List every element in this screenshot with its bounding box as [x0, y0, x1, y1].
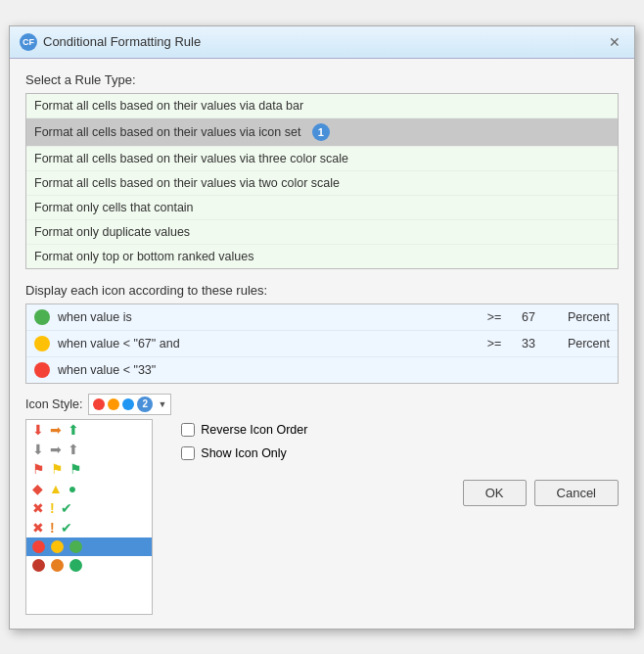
- circle-darkgreen: [69, 559, 82, 572]
- icon-arrow-right-orange: ➡: [50, 423, 62, 437]
- icon-grid-row[interactable]: ✖ ! ✔: [26, 498, 152, 518]
- ok-button[interactable]: OK: [463, 480, 527, 506]
- rule-val-2: 33: [514, 337, 543, 350]
- icon-style-selector[interactable]: 2 ▼: [88, 394, 171, 415]
- icon-triangle-yellow: ▲: [49, 482, 63, 495]
- dropdown-arrow-icon: ▼: [158, 399, 166, 409]
- rule-text-1: when value is: [58, 310, 475, 324]
- icon-grid-row[interactable]: ⚑ ⚑ ⚑: [26, 459, 152, 479]
- rule-item-topbottom[interactable]: Format only top or bottom ranked values: [26, 245, 618, 269]
- circle-yellow-selected: [51, 540, 64, 553]
- selector-circle-blue: [122, 398, 134, 410]
- circle-darkred: [32, 559, 45, 572]
- table-row: when value < "33": [26, 357, 618, 383]
- reverse-icon-order-row: Reverse Icon Order: [181, 423, 619, 437]
- icon-check-blue: ✔: [61, 521, 72, 535]
- rule-item-databar[interactable]: Format all cells based on their values v…: [26, 94, 618, 118]
- rule-item-twocolor[interactable]: Format all cells based on their values v…: [26, 171, 618, 196]
- rule-type-list[interactable]: Format all cells based on their values v…: [25, 93, 619, 269]
- icon-grid-row[interactable]: ⬇ ➡ ⬆: [26, 420, 152, 440]
- rule-type-label: Select a Rule Type:: [25, 72, 619, 87]
- icon-grid-row[interactable]: ✖ ! ✔: [26, 518, 152, 537]
- rule-item-contain[interactable]: Format only cells that contain: [26, 196, 618, 220]
- rule-val-1: 67: [514, 310, 543, 324]
- icon-circle-green: ●: [69, 482, 76, 495]
- icon-check-green: ✔: [61, 501, 72, 515]
- icon-flag-red: ⚑: [32, 462, 45, 476]
- bottom-section: Icon Style: 2 ▼ ⬇ ➡ ⬆: [25, 394, 619, 615]
- icon-hollow-arrow-up: ⬆: [68, 443, 79, 456]
- rule-text-3: when value < "33": [58, 363, 475, 377]
- icon-grid-row[interactable]: ⬇ ➡ ⬆: [26, 440, 152, 459]
- icon-green: [34, 309, 50, 325]
- circle-green-selected: [69, 540, 82, 553]
- button-row: OK Cancel: [181, 480, 619, 506]
- rule-unit-1: Percent: [551, 310, 610, 324]
- rule-item-threecolor[interactable]: Format all cells based on their values v…: [26, 147, 618, 171]
- rule-unit-2: Percent: [551, 337, 610, 350]
- icon-hollow-arrow-right: ➡: [50, 443, 62, 456]
- cancel-button[interactable]: Cancel: [534, 480, 619, 506]
- dialog-icon: CF: [20, 33, 37, 51]
- circle-darkorange: [51, 559, 64, 572]
- selector-circle-red: [93, 398, 105, 410]
- rule-op-1: >=: [483, 310, 506, 324]
- icon-grid-row-selected[interactable]: [26, 537, 152, 556]
- icon-flag-yellow: ⚑: [51, 462, 64, 476]
- icon-style-badge: 2: [137, 397, 153, 412]
- icon-x-red: ✖: [32, 501, 44, 515]
- icon-hollow-arrow-down: ⬇: [32, 443, 44, 456]
- icon-exclaim-yellow: !: [50, 501, 55, 515]
- icon-arrow-up-green: ⬆: [68, 423, 79, 437]
- table-row: when value is >= 67 Percent: [26, 304, 618, 331]
- icon-red: [34, 362, 50, 378]
- icon-style-row: Icon Style: 2 ▼: [25, 394, 171, 415]
- icon-flag-green: ⚑: [69, 462, 82, 476]
- table-row: when value < "67" and >= 33 Percent: [26, 331, 618, 357]
- icon-grid[interactable]: ⬇ ➡ ⬆ ⬇ ➡ ⬆ ⚑ ⚑ ⚑: [25, 419, 153, 615]
- icon-style-label: Icon Style:: [25, 397, 82, 411]
- icon-yellow: [34, 336, 50, 351]
- rule-item-iconset[interactable]: Format all cells based on their values v…: [26, 118, 618, 147]
- close-button[interactable]: ✕: [605, 32, 624, 52]
- title-bar-left: CF Conditional Formatting Rule: [20, 33, 201, 51]
- show-icon-only-label[interactable]: Show Icon Only: [201, 446, 287, 460]
- icon-exclaim-orange: !: [50, 521, 55, 535]
- reverse-icon-order-checkbox[interactable]: [181, 423, 195, 437]
- show-icon-only-row: Show Icon Only: [181, 446, 619, 460]
- circle-red-selected: [32, 540, 45, 553]
- rules-table: when value is >= 67 Percent when value <…: [25, 304, 619, 384]
- dialog-title: Conditional Formatting Rule: [43, 34, 201, 49]
- right-options: Reverse Icon Order Show Icon Only OK Can…: [181, 394, 619, 506]
- display-rules-label: Display each icon according to these rul…: [25, 283, 619, 298]
- dialog-body: Select a Rule Type: Format all cells bas…: [10, 59, 634, 629]
- selector-circle-orange: [108, 398, 119, 410]
- rule-item-duplicate[interactable]: Format only duplicate values: [26, 220, 618, 245]
- rule-op-2: >=: [483, 337, 506, 350]
- icon-grid-row[interactable]: [26, 556, 152, 575]
- icon-style-area: Icon Style: 2 ▼ ⬇ ➡ ⬆: [25, 394, 171, 615]
- dialog: CF Conditional Formatting Rule ✕ Select …: [9, 25, 635, 630]
- rule-text-2: when value < "67" and: [58, 337, 475, 350]
- show-icon-only-checkbox[interactable]: [181, 446, 195, 460]
- icon-grid-row[interactable]: ◆ ▲ ●: [26, 479, 152, 498]
- rule-item-badge: 1: [312, 123, 330, 141]
- icon-arrow-down-red: ⬇: [32, 423, 44, 437]
- icon-diamond-red: ◆: [32, 482, 43, 495]
- icon-x-red2: ✖: [32, 521, 44, 535]
- reverse-icon-order-label[interactable]: Reverse Icon Order: [201, 423, 307, 437]
- title-bar: CF Conditional Formatting Rule ✕: [10, 26, 634, 59]
